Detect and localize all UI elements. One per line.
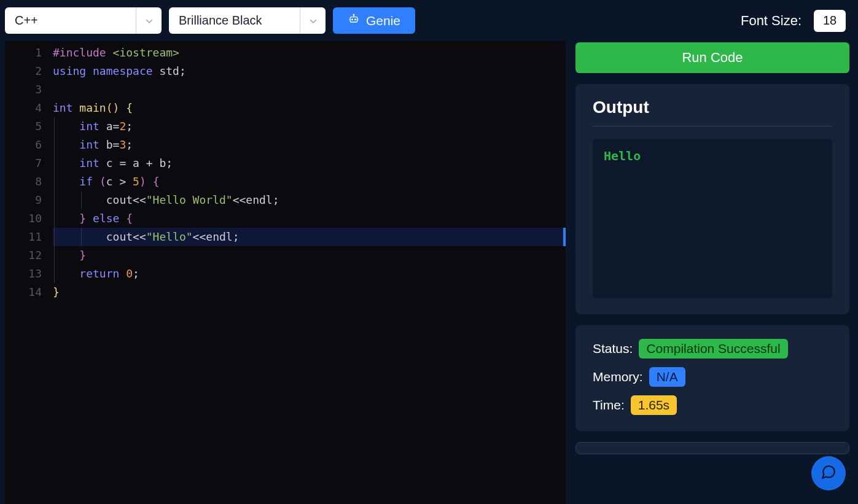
output-box: Hello — [593, 139, 832, 298]
code-line[interactable]: cout<<"Hello"<<endl; — [53, 228, 566, 246]
main-layout: 1234567891011121314 #include <iostream>u… — [0, 41, 858, 504]
status-label: Status: — [593, 341, 633, 356]
code-line[interactable]: } — [53, 283, 566, 301]
line-number: 3 — [5, 80, 42, 99]
svg-point-2 — [355, 19, 356, 20]
line-number: 5 — [5, 117, 42, 136]
memory-row: Memory: N/A — [593, 367, 832, 387]
code-line[interactable]: return 0; — [53, 265, 566, 283]
theme-select[interactable]: Brilliance Black — [169, 7, 326, 34]
code-line[interactable]: using namespace std; — [53, 62, 566, 80]
theme-select-value: Brilliance Black — [169, 14, 300, 28]
chevron-down-icon — [136, 7, 162, 34]
chat-icon — [821, 464, 837, 483]
line-number: 1 — [5, 44, 42, 62]
line-number: 14 — [5, 283, 42, 301]
status-row: Status: Compilation Successful — [593, 339, 832, 359]
line-number: 8 — [5, 173, 42, 191]
line-number: 2 — [5, 62, 42, 80]
code-line[interactable]: } — [53, 246, 566, 265]
status-card: Status: Compilation Successful Memory: N… — [575, 325, 849, 431]
code-line[interactable]: int b=3; — [53, 136, 566, 154]
code-line[interactable]: int c = a + b; — [53, 154, 566, 173]
memory-badge: N/A — [649, 367, 685, 387]
line-gutter: 1234567891011121314 — [5, 41, 53, 504]
output-card: Output Hello — [575, 84, 849, 314]
code-editor[interactable]: 1234567891011121314 #include <iostream>u… — [5, 41, 566, 504]
code-line[interactable]: cout<<"Hello World"<<endl; — [53, 191, 566, 209]
chevron-down-icon — [300, 7, 326, 34]
code-line[interactable]: int a=2; — [53, 117, 566, 136]
line-number: 12 — [5, 246, 42, 265]
memory-label: Memory: — [593, 370, 643, 384]
time-label: Time: — [593, 398, 625, 413]
code-area[interactable]: #include <iostream>using namespace std;i… — [53, 41, 566, 504]
code-line[interactable]: } else { — [53, 209, 566, 228]
code-line[interactable]: int main() { — [53, 99, 566, 117]
line-number: 11 — [5, 228, 42, 246]
status-badge: Compilation Successful — [639, 339, 787, 359]
genie-button-label: Genie — [366, 14, 400, 28]
language-select-value: C++ — [5, 14, 136, 28]
language-select[interactable]: C++ — [5, 7, 162, 34]
line-number: 9 — [5, 191, 42, 209]
code-line[interactable]: #include <iostream> — [53, 44, 566, 62]
line-number: 7 — [5, 154, 42, 173]
run-code-button[interactable]: Run Code — [575, 42, 849, 73]
code-line[interactable] — [53, 80, 566, 99]
font-size-input[interactable] — [814, 10, 846, 32]
svg-rect-0 — [350, 17, 357, 22]
right-panel: Run Code Output Hello Status: Compilatio… — [575, 41, 858, 504]
time-row: Time: 1.65s — [593, 395, 832, 415]
font-size-label: Font Size: — [741, 13, 801, 29]
line-number: 10 — [5, 209, 42, 228]
line-number: 13 — [5, 265, 42, 283]
time-badge: 1.65s — [631, 395, 677, 415]
code-line[interactable]: if (c > 5) { — [53, 173, 566, 191]
panel-divider — [575, 442, 849, 454]
line-number: 6 — [5, 136, 42, 154]
robot-icon — [348, 13, 360, 28]
svg-point-1 — [352, 19, 353, 20]
genie-button[interactable]: Genie — [333, 7, 415, 34]
svg-point-3 — [353, 15, 354, 16]
output-text: Hello — [604, 149, 641, 163]
output-title: Output — [593, 98, 832, 126]
chat-fab[interactable] — [811, 456, 846, 490]
line-number: 4 — [5, 99, 42, 117]
toolbar: C++ Brilliance Black Genie Font Size: — [0, 0, 858, 41]
